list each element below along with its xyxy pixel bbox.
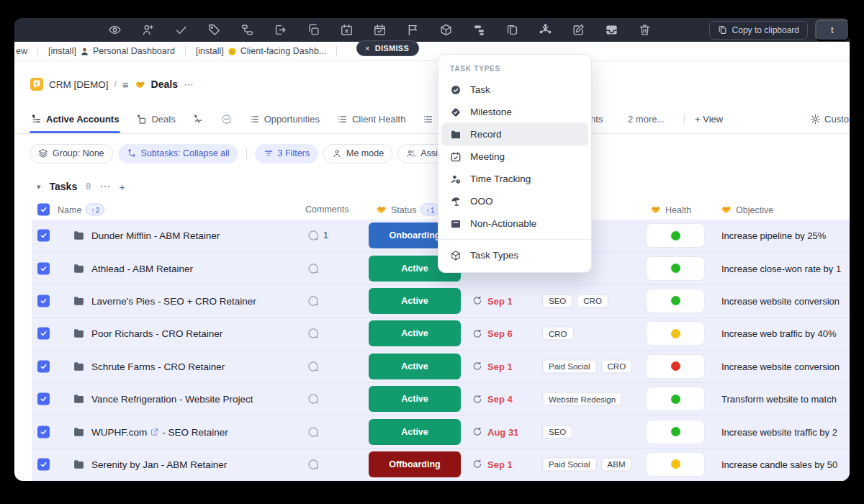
row-checkbox[interactable]	[37, 360, 50, 372]
name-column-header[interactable]: Name	[58, 204, 81, 215]
menu-item-ooo[interactable]: OOO	[441, 190, 588, 212]
status-badge[interactable]: Active	[369, 354, 461, 379]
tab-partial-right[interactable]: nts	[590, 104, 603, 134]
comments-column-header[interactable]: Comments	[305, 204, 348, 215]
tag[interactable]: CRO	[542, 327, 574, 341]
task-name[interactable]: Schrute Farms - CRO Retainer	[91, 361, 228, 372]
tag[interactable]: CRO	[577, 294, 608, 307]
add-user-icon[interactable]	[141, 23, 155, 37]
comment-icon[interactable]	[307, 459, 319, 470]
eye-icon[interactable]	[108, 23, 122, 37]
due-date[interactable]: Sep 1	[472, 459, 513, 469]
row-checkbox[interactable]	[37, 262, 50, 274]
menu-item-record[interactable]: Record	[441, 123, 588, 145]
more-views-button[interactable]: 2 more...	[628, 104, 665, 134]
objective-text[interactable]: Increase close-won rate by 1	[721, 263, 850, 274]
tab-pulse[interactable]	[193, 104, 204, 133]
status-badge[interactable]: Active	[369, 288, 461, 314]
partial-tab-left[interactable]: ew	[14, 46, 27, 56]
objective-column-header[interactable]: Objective	[736, 204, 773, 215]
menu-item-time-tracking[interactable]: Time Tracking	[441, 168, 588, 190]
row-checkbox[interactable]	[37, 458, 50, 470]
menu-item-task-types[interactable]: Task Types	[441, 244, 588, 266]
group-pill[interactable]: Group: None	[30, 144, 113, 163]
task-name[interactable]: WUPHF.com - SEO Retainer	[91, 426, 228, 437]
comment-icon[interactable]	[307, 361, 319, 372]
health-indicator[interactable]	[646, 354, 705, 379]
comment-icon[interactable]	[307, 426, 319, 438]
calendar-check-icon[interactable]	[373, 23, 387, 37]
group-more-icon[interactable]: ⋯	[99, 180, 110, 193]
tag-icon[interactable]	[207, 23, 221, 37]
trash-icon[interactable]	[638, 23, 652, 37]
export-icon[interactable]	[274, 23, 287, 37]
subtasks-icon[interactable]	[472, 23, 486, 37]
breadcrumb-page[interactable]: Deals	[151, 78, 178, 90]
group-add-icon[interactable]: +	[119, 181, 125, 193]
comment-icon[interactable]	[307, 295, 319, 307]
status-badge[interactable]: Active	[369, 419, 461, 445]
menu-item-non-actionable[interactable]: Non-Actionable	[441, 212, 588, 235]
status-sort-badge[interactable]: ↑1	[420, 204, 439, 216]
tab-chat[interactable]	[221, 104, 232, 133]
row-checkbox[interactable]	[37, 294, 50, 307]
tag[interactable]: Website Redesign	[542, 392, 622, 406]
task-name[interactable]: Serenity by Jan - ABM Retainer	[91, 459, 230, 469]
external-link-icon[interactable]	[150, 428, 158, 436]
health-indicator[interactable]	[646, 321, 705, 346]
task-name[interactable]: Dunder Mifflin - ABM Retainer	[91, 230, 222, 241]
tag[interactable]: SEO	[542, 294, 572, 307]
due-date[interactable]: Sep 1	[472, 361, 513, 372]
row-checkbox[interactable]	[37, 230, 50, 242]
tag[interactable]: SEO	[542, 425, 572, 438]
inbox-icon[interactable]	[605, 23, 618, 37]
flag-icon[interactable]	[406, 23, 420, 37]
health-indicator[interactable]	[646, 420, 705, 444]
dismiss-button[interactable]: × DISMISS	[356, 40, 419, 56]
crm-space-icon[interactable]: $	[30, 78, 43, 91]
health-indicator[interactable]	[646, 452, 705, 477]
health-column-header[interactable]: Health	[665, 204, 691, 215]
copy-icon[interactable]	[307, 23, 320, 37]
list-view-icon[interactable]: ≡	[122, 78, 129, 91]
edit-icon[interactable]	[572, 23, 585, 37]
task-name[interactable]: Poor Richards - CRO Retainer	[91, 328, 225, 339]
comment-icon[interactable]: 1	[307, 230, 328, 241]
tab-opportunities[interactable]: Opportunities	[249, 104, 320, 133]
me-mode-pill[interactable]: Me mode	[323, 144, 392, 163]
tag[interactable]: ABM	[601, 457, 632, 471]
task-name[interactable]: Athlead - ABM Retainer	[91, 263, 196, 274]
row-checkbox[interactable]	[37, 426, 50, 438]
health-indicator[interactable]	[646, 289, 705, 313]
check-icon[interactable]	[174, 23, 188, 37]
status-column-header[interactable]: Status	[391, 204, 416, 215]
status-badge[interactable]: Active	[369, 386, 461, 412]
objective-text[interactable]: Increase website conversion	[721, 295, 850, 306]
tab-deals[interactable]: Deals	[136, 104, 175, 133]
filters-pill[interactable]: 3 Filters	[255, 144, 318, 163]
health-indicator[interactable]	[646, 223, 705, 248]
menu-item-meeting[interactable]: Meeting	[441, 145, 588, 168]
objective-text[interactable]: Increase candle sales by 50	[721, 459, 850, 469]
network-icon[interactable]	[539, 23, 552, 37]
tab-active-accounts[interactable]: Active Accounts	[31, 104, 119, 133]
comment-icon[interactable]	[307, 263, 319, 274]
tree-icon[interactable]	[240, 23, 254, 37]
breadcrumb-space[interactable]: CRM [DEMO]	[49, 79, 109, 90]
duplicate-icon[interactable]	[505, 23, 519, 37]
menu-item-milestone[interactable]: Milestone	[441, 101, 588, 123]
tag[interactable]: Paid Social	[542, 457, 597, 471]
due-date[interactable]: Sep 6	[472, 328, 513, 339]
due-date[interactable]: Sep 1	[472, 295, 513, 306]
objective-text[interactable]: Increase pipeline by 25%	[721, 230, 850, 241]
status-badge[interactable]: Offboarding	[369, 451, 461, 477]
table-row[interactable]: Laverne's Pies - SEO + CRO Retainer Acti…	[32, 285, 850, 318]
tab-client-dashboard[interactable]: [install] Client-facing Dashb...	[196, 46, 326, 56]
comment-icon[interactable]	[307, 393, 319, 405]
tab-personal-dashboard[interactable]: [install] Personal Dashboard	[48, 46, 175, 56]
tag[interactable]: CRO	[601, 359, 633, 373]
add-view-button[interactable]: + View	[695, 104, 723, 134]
table-row[interactable]: Poor Richards - CRO Retainer Active Sep …	[32, 318, 850, 350]
customize-button[interactable]: Customize	[810, 104, 850, 134]
due-date[interactable]: Sep 4	[472, 394, 513, 405]
